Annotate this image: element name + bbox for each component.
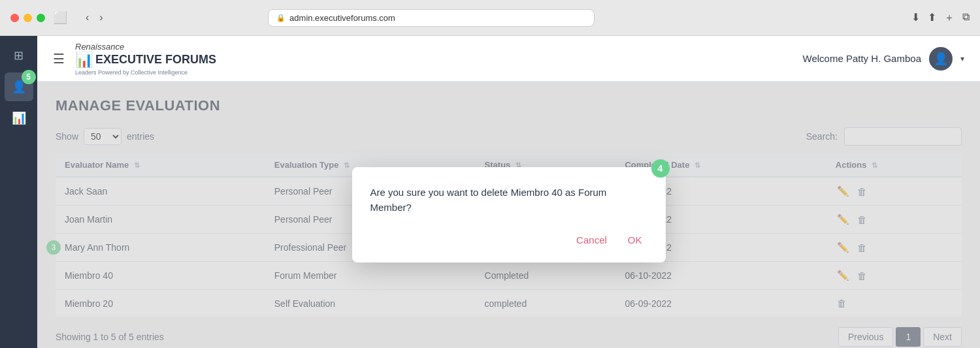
avatar-chevron-icon: ▾ [960,54,964,63]
new-tab-icon[interactable]: ＋ [944,11,955,25]
sidebar-toggle-btn[interactable]: ⬜ [53,10,67,25]
logo-subtitle: Leaders Powered by Collective Intelligen… [75,69,216,76]
dialog-message: Are you sure you want to delete Miembro … [370,185,647,215]
avatar-btn[interactable]: 👤 [929,47,953,71]
logo-brand: 📊 EXECUTIVE FORUMS [75,52,216,69]
sidebar-item-reports[interactable]: 📊 [5,104,33,133]
download-icon[interactable]: ⬇ [911,11,920,25]
sidebar: ⊞ 👤 5 📊 [0,36,37,348]
back-btn[interactable]: ‹ [83,10,91,25]
step-badge-5: 5 [22,70,36,84]
dashboard-icon: ⊞ [14,48,24,63]
header: ☰ Renaissance 📊 EXECUTIVE FORUMS Leaders… [37,36,980,82]
header-right: Welcome Patty H. Gamboa 👤 ▾ [803,47,964,71]
dialog-ok-btn[interactable]: OK [623,230,647,249]
confirm-dialog: 4 Are you sure you want to delete Miembr… [352,167,666,262]
modal-overlay: 4 Are you sure you want to delete Miembr… [37,82,980,348]
browser-nav: ‹ › [83,10,106,25]
app-container: ⊞ 👤 5 📊 ☰ Renaissance 📊 EXECUTIVE FORUMS… [0,36,980,348]
logo-icon: 📊 [75,52,93,69]
traffic-light-red[interactable] [10,14,19,22]
dialog-actions: Cancel OK [370,230,647,249]
share-icon[interactable]: ⬆ [928,11,936,25]
step-badge-4: 4 [651,159,670,178]
tabs-icon[interactable]: ⧉ [962,11,970,25]
traffic-light-yellow[interactable] [24,14,32,22]
browser-chrome: ⬜ ‹ › 🔒 admin.executiveforums.com ⬇ ⬆ ＋ … [0,0,980,36]
welcome-text: Welcome Patty H. Gamboa [803,53,921,64]
sidebar-item-users[interactable]: 👤 5 [5,72,33,101]
logo-area: Renaissance 📊 EXECUTIVE FORUMS Leaders P… [75,42,216,76]
browser-actions: ⬇ ⬆ ＋ ⧉ [911,11,970,25]
logo-tagline: Renaissance [75,42,216,52]
main-content: ☰ Renaissance 📊 EXECUTIVE FORUMS Leaders… [37,36,980,348]
sidebar-item-dashboard[interactable]: ⊞ [5,41,33,70]
traffic-lights [10,14,45,22]
dialog-cancel-btn[interactable]: Cancel [571,230,612,249]
logo-brand-text: EXECUTIVE FORUMS [95,53,216,67]
reports-icon: 📊 [12,111,26,125]
hamburger-btn[interactable]: ☰ [53,51,65,67]
lock-icon: 🔒 [276,14,286,22]
address-bar[interactable]: 🔒 admin.executiveforums.com [268,9,595,27]
forward-btn[interactable]: › [97,10,105,25]
content-area: MANAGE EVALUATION Show 10 25 50 100 entr… [37,82,980,348]
traffic-light-green[interactable] [37,14,45,22]
url-text: admin.executiveforums.com [289,13,395,23]
